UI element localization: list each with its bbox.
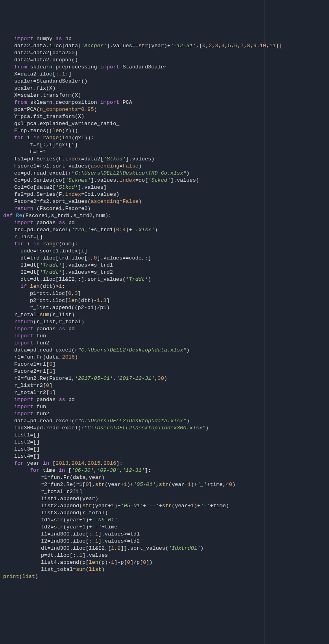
code-line[interactable]: list2=[] xyxy=(3,439,329,446)
code-line[interactable]: trd=pd.read_excel('trd_'+s_trd1[0:4]+'.x… xyxy=(3,226,329,234)
code-line[interactable]: I2=dt['Trddt'].values<=s_trd2 xyxy=(3,269,329,276)
code-line[interactable]: code=Fscore1.index[i] xyxy=(3,248,329,255)
code-line[interactable]: return(r_list,r_total) xyxy=(3,318,329,326)
code-line[interactable]: list_total=sum(list) xyxy=(3,566,329,573)
code-line[interactable]: X=data2.iloc[:,1:] xyxy=(3,71,329,78)
code-line[interactable]: I2=ind300.iloc[:,1].values<=td2 xyxy=(3,538,329,545)
code-line[interactable]: import fun xyxy=(3,403,329,410)
code-line[interactable]: list3=[] xyxy=(3,446,329,453)
code-line[interactable]: r_list=[] xyxy=(3,234,329,241)
code-line[interactable]: r2=fun2.Re(Fscore1,'2017-05-01','2017-12… xyxy=(3,375,329,382)
code-line[interactable]: data2=data2.dropna() xyxy=(3,57,329,64)
code-line[interactable]: Y=pca.fit_transform(X) xyxy=(3,113,329,120)
code-line[interactable]: F=np.zeros((len(Y))) xyxy=(3,127,329,134)
code-line[interactable]: X=scaler.transform(X) xyxy=(3,92,329,99)
code-line[interactable]: Fscore2=fs2.sort_values(ascending=False) xyxy=(3,198,329,205)
code-line[interactable]: import fun2 xyxy=(3,410,329,418)
code-line[interactable]: import fun xyxy=(3,333,329,340)
code-line[interactable]: td1=str(year+1)+'-05-01' xyxy=(3,517,329,524)
code-line[interactable]: pca=PCA(n_components=0.95) xyxy=(3,106,329,113)
code-line[interactable]: fs2=pd.Series(F,index=Co1.values) xyxy=(3,191,329,198)
code-line[interactable]: data2=data2[data2>0] xyxy=(3,50,329,57)
code-line[interactable]: return (Fscore1,Fscore2) xyxy=(3,205,329,212)
code-line[interactable]: list1.append(year) xyxy=(3,495,329,502)
code-line[interactable]: for year in [2013,2014,2015,2016]: xyxy=(3,460,329,467)
code-line[interactable]: dt=ind300.iloc[I1&I2,[1,2]].sort_values(… xyxy=(3,545,329,552)
code-line[interactable]: import numpy as np xyxy=(3,35,329,42)
code-line[interactable]: data=pd.read_excel(r"C:\Users\DELL2\Desk… xyxy=(3,347,329,354)
code-line[interactable]: list1=[] xyxy=(3,432,329,439)
code-line[interactable]: I1=dt['Trddt'].values>=s_trd1 xyxy=(3,262,329,269)
code-line[interactable]: r_total=sum(r_list) xyxy=(3,311,329,318)
code-line[interactable]: td2=str(year+1)+'-'+time xyxy=(3,524,329,531)
code-line[interactable]: f=Y[:,i]*gxl[i] xyxy=(3,142,329,149)
code-line[interactable]: for i in range(num): xyxy=(3,241,329,248)
code-line[interactable]: import pandas as pd xyxy=(3,396,329,403)
code-line[interactable]: r_list.append((p2-p1)/p1) xyxy=(3,304,329,311)
code-line[interactable]: scaler=StandardScaler() xyxy=(3,78,329,85)
code-line[interactable]: def Re(Fscore1,s_trd1,s_trd2,num): xyxy=(3,212,329,219)
code-line[interactable]: Co1=Co[data2['Stkcd'].values] xyxy=(3,184,329,191)
code-line[interactable]: print(list) xyxy=(3,573,329,580)
code-line[interactable]: fs1=pd.Series(F,index=data2['Stkcd'].val… xyxy=(3,156,329,163)
code-line[interactable]: dt=trd.iloc[trd.iloc[:,0].values==code,:… xyxy=(3,255,329,262)
code-line[interactable]: data2=data.iloc[data['Accper'].values==s… xyxy=(3,42,329,50)
code-line[interactable]: import pandas as pd xyxy=(3,326,329,333)
code-line[interactable]: dtt=dt.iloc[I1&I2,:].sort_values('Trddt'… xyxy=(3,276,329,283)
code-line[interactable]: import fun2 xyxy=(3,340,329,347)
code-line[interactable]: import pandas as pd xyxy=(3,219,329,226)
column-ruler xyxy=(264,0,265,644)
code-line[interactable]: Fscore2=r1[1] xyxy=(3,368,329,375)
code-line[interactable]: r1=fun.Fr(data,2016) xyxy=(3,354,329,361)
code-line[interactable]: list4.append(p[len(p)-1]-p[0]/p[0]) xyxy=(3,559,329,566)
code-line[interactable]: I1=ind300.iloc[:,1].values>=td1 xyxy=(3,531,329,538)
code-line[interactable]: list4=[] xyxy=(3,453,329,460)
code-line[interactable]: r1=fun.Fr(data,year) xyxy=(3,474,329,481)
code-line[interactable]: p2=dtt.iloc[len(dtt)-1,3] xyxy=(3,297,329,304)
code-line[interactable]: Fscore1=r1[0] xyxy=(3,361,329,368)
code-line[interactable]: Co=pd.Series(co['Stknme'].values,index=c… xyxy=(3,177,329,184)
code-line[interactable]: p1=dtt.iloc[0,3] xyxy=(3,290,329,297)
code-line[interactable]: scaler.fix(X) xyxy=(3,85,329,92)
code-line[interactable]: r_list=r2[0] xyxy=(3,382,329,389)
code-line[interactable]: co=pd.read_excel(r"C:\Users\DELL2\Deskto… xyxy=(3,170,329,177)
code-line[interactable]: r_total=r2[1] xyxy=(3,488,329,495)
code-line[interactable]: F=F+f xyxy=(3,149,329,156)
code-line[interactable]: list2.append(str(year+1)+'05-01'+'--'+st… xyxy=(3,502,329,510)
code-line[interactable]: from sklearn.preprocessing import Standa… xyxy=(3,64,329,71)
code-line[interactable]: p=dt.iloc[:,1].values xyxy=(3,552,329,559)
code-line[interactable]: r2=fun2.Re(r1[0],str(year+1)+'05-01',str… xyxy=(3,481,329,488)
code-line[interactable]: if len(dtt)>1: xyxy=(3,283,329,290)
code-line[interactable]: data=pd.read_excel(r"C:\Users\DELL2\Desk… xyxy=(3,418,329,425)
code-line[interactable]: r_total=r2[1] xyxy=(3,389,329,396)
code-line[interactable]: gxl=pca.explained_variance_ratio_ xyxy=(3,120,329,127)
code-editor[interactable]: import numpy as npdata2=data.iloc[data['… xyxy=(3,35,329,580)
code-line[interactable]: for time in ['06-30','09-30','12-31']: xyxy=(3,467,329,474)
code-line[interactable]: list3.append(r_total) xyxy=(3,510,329,517)
code-line[interactable]: Fscore1=fs1.sort_values(ascending=False) xyxy=(3,163,329,170)
code-line[interactable]: from sklearn.decomposition import PCA xyxy=(3,99,329,106)
code-line[interactable]: ind300=pd.read_excel(r"C:\Users\DELL2\De… xyxy=(3,425,329,432)
code-line[interactable]: for i in range(len(gxl)): xyxy=(3,134,329,142)
